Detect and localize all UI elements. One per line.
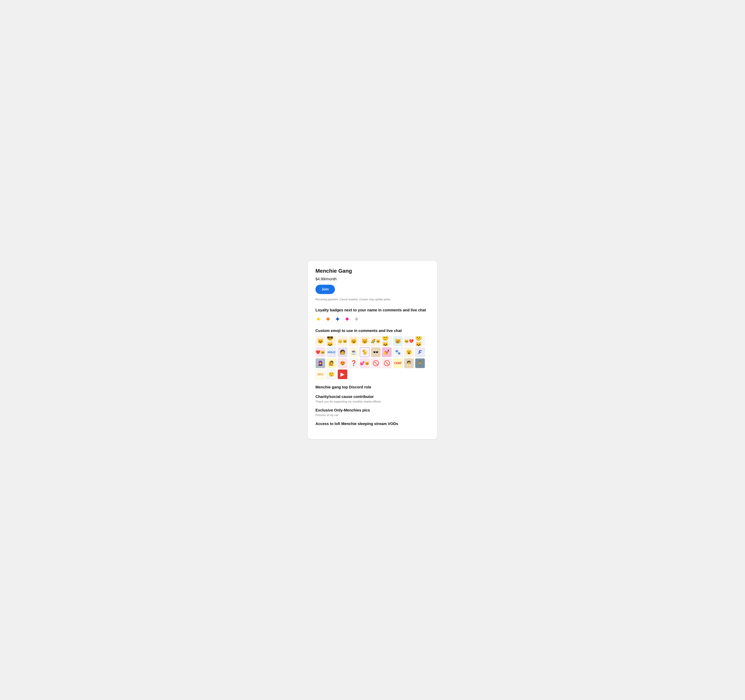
loyalty-title: Loyalty badges next to your name in comm… bbox=[316, 307, 429, 312]
emoji-person-hearts: 😍 bbox=[338, 358, 347, 368]
emoji-title: Custom emoji to use in comments and live… bbox=[316, 328, 429, 333]
badge-gold: ✦ bbox=[316, 316, 322, 323]
emoji-cat-cry: 😿 bbox=[393, 336, 403, 346]
emoji-nda: NDA bbox=[316, 369, 325, 379]
emoji-cat-sly: 😼 bbox=[349, 336, 359, 346]
emoji-cat-outline: 🐈 bbox=[360, 347, 370, 357]
emoji-cat-mouth: 😮 bbox=[404, 347, 414, 357]
emoji-play-button: ▶ bbox=[338, 369, 347, 379]
badge-multi: ✦ bbox=[354, 316, 360, 323]
emoji-cat-rainbow: 🐱 bbox=[316, 336, 325, 346]
badge-pink: ✦ bbox=[344, 316, 350, 323]
emoji-question-mark: ❓ bbox=[349, 358, 359, 368]
emoji-cat-halo: 😇🐱 bbox=[382, 336, 392, 346]
join-button[interactable]: Join bbox=[316, 285, 335, 294]
emoji-coffee: ☕ bbox=[349, 347, 359, 357]
emoji-section: Custom emoji to use in comments and live… bbox=[316, 328, 429, 379]
emoji-cat-paw: 🐾 bbox=[393, 347, 403, 357]
recurring-text: Recurring payment. Cancel anytime. Creat… bbox=[316, 297, 429, 301]
perk-discord-title: Menchie gang top Discord role bbox=[316, 385, 429, 390]
loyalty-section: Loyalty badges next to your name in comm… bbox=[316, 307, 429, 323]
perk-charity: Charity/social cause contributor Thank y… bbox=[316, 394, 429, 403]
emoji-cat-heart: ❤️🐱 bbox=[316, 347, 325, 357]
emoji-person-hoodie: 🧕 bbox=[316, 358, 325, 368]
perk-pics-desc: Pictures of my cat bbox=[316, 413, 429, 416]
emoji-cat-rainbow2: 🌈🐱 bbox=[371, 336, 381, 346]
emoji-cat-angry: 😾 bbox=[360, 336, 370, 346]
perk-vods-title: Access to lofi Menchie sleeping stream V… bbox=[316, 421, 429, 426]
membership-title: Menchie Gang bbox=[316, 268, 429, 274]
emoji-letter-f: F bbox=[415, 347, 425, 357]
emoji-person-yellow: 🙋 bbox=[326, 358, 337, 368]
badges-row: ✦ ✦ ✦ ✦ ✦ bbox=[316, 316, 429, 323]
emoji-chat-ca: CHAT bbox=[393, 358, 403, 368]
badge-blue: ✦ bbox=[335, 316, 341, 323]
badge-orange: ✦ bbox=[325, 316, 331, 323]
emoji-holo: HOLO bbox=[326, 347, 337, 357]
emoji-cat-hearts: 💕🐱 bbox=[360, 358, 370, 368]
emoji-no-sign1: 🚫 bbox=[371, 358, 381, 368]
emoji-cat-crown: 👑🐱 bbox=[338, 336, 347, 346]
perk-charity-desc: Thank you for supporting my monthly char… bbox=[316, 400, 429, 403]
emoji-person-hoodie2: 🧍 bbox=[415, 358, 425, 368]
emoji-person-makeup: 💅 bbox=[382, 347, 392, 357]
emoji-cat-broken: 🐱💔 bbox=[404, 336, 414, 346]
perk-pics: Exclusive Only-Menchies pics Pictures of… bbox=[316, 408, 429, 416]
perk-pics-title: Exclusive Only-Menchies pics bbox=[316, 408, 429, 413]
emoji-cat-confused: 😕🐱 bbox=[415, 336, 425, 346]
emoji-person-smile: 🙂 bbox=[326, 369, 337, 379]
emoji-cat-sunglasses: 😎🐱 bbox=[326, 336, 337, 346]
emoji-person-sunglasses: 🕶️ bbox=[371, 347, 381, 357]
emoji-person-braids: 🧖 bbox=[404, 358, 414, 368]
emoji-grid: 🐱 😎🐱 👑🐱 😼 😾 🌈🐱 😇🐱 😿 🐱💔 😕🐱 ❤️🐱 HOLO 🧑 ☕ 🐈… bbox=[316, 336, 429, 379]
perk-charity-title: Charity/social cause contributor bbox=[316, 394, 429, 399]
emoji-person1: 🧑 bbox=[338, 347, 347, 357]
price-label: $4.99/month bbox=[316, 277, 429, 281]
perk-vods: Access to lofi Menchie sleeping stream V… bbox=[316, 421, 429, 426]
membership-card: Menchie Gang $4.99/month Join Recurring … bbox=[308, 261, 437, 439]
perk-discord: Menchie gang top Discord role bbox=[316, 385, 429, 390]
emoji-no-sign2: 🚫 bbox=[382, 358, 392, 368]
